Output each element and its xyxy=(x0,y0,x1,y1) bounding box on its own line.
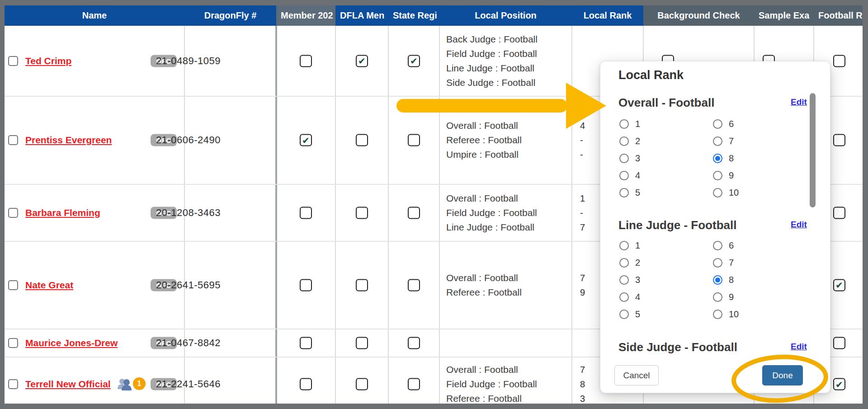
rank-option[interactable]: 5 xyxy=(619,184,713,201)
radio-icon[interactable] xyxy=(619,119,629,129)
football-checkbox[interactable]: ✔ xyxy=(833,279,845,291)
radio-icon[interactable] xyxy=(619,171,629,180)
rank-option[interactable]: 10 xyxy=(713,306,814,323)
radio-icon[interactable] xyxy=(713,275,722,285)
radio-icon[interactable] xyxy=(713,258,722,268)
dfla-checkbox[interactable] xyxy=(356,279,368,291)
row-select-checkbox[interactable] xyxy=(8,338,18,348)
radio-icon[interactable] xyxy=(713,119,722,129)
column-header-dragonfly[interactable]: DragonFly # xyxy=(184,5,276,26)
local-positions: Overall : Football Referee : Football Um… xyxy=(446,118,522,162)
rank-option[interactable]: 5 xyxy=(619,306,713,323)
member-checkbox[interactable] xyxy=(300,55,312,67)
football-checkbox[interactable] xyxy=(833,207,845,219)
radio-icon[interactable] xyxy=(713,241,722,250)
edit-link[interactable]: Edit xyxy=(791,220,807,230)
rank-option[interactable]: 1 xyxy=(619,115,713,132)
column-header-sample-exam[interactable]: Sample Exa xyxy=(754,5,814,26)
state-checkbox[interactable] xyxy=(408,207,420,219)
dfla-checkbox[interactable] xyxy=(356,134,368,146)
section-heading-side-judge: Side Judge - Football xyxy=(618,340,737,354)
row-select-checkbox[interactable] xyxy=(8,56,18,66)
football-checkbox[interactable] xyxy=(833,337,845,349)
column-header-local-rank[interactable]: Local Rank xyxy=(572,5,643,26)
rank-option[interactable]: 2 xyxy=(619,132,713,150)
rank-option[interactable]: 4 xyxy=(619,288,713,306)
cancel-button[interactable]: Cancel xyxy=(614,365,659,385)
member-checkbox[interactable] xyxy=(300,337,312,349)
official-name-link[interactable]: Maurice Jones-Drew xyxy=(25,338,118,348)
edit-link[interactable]: Edit xyxy=(791,97,807,107)
edit-link[interactable]: Edit xyxy=(791,342,807,352)
football-checkbox[interactable] xyxy=(833,55,845,67)
official-name-link[interactable]: Barbara Fleming xyxy=(25,207,100,218)
column-header-background-check[interactable]: Background Check xyxy=(643,5,754,26)
column-header-name[interactable]: Name xyxy=(5,5,184,26)
member-checkbox[interactable] xyxy=(300,378,312,390)
people-icon xyxy=(117,377,135,391)
done-button[interactable]: Done xyxy=(762,365,803,385)
state-checkbox[interactable]: ✔ xyxy=(408,55,420,67)
radio-icon[interactable] xyxy=(713,171,722,180)
row-select-checkbox[interactable] xyxy=(8,379,18,389)
rank-option[interactable]: 3 xyxy=(619,271,713,288)
radio-icon[interactable] xyxy=(619,136,629,146)
official-name-link[interactable]: Terrell New Official xyxy=(25,379,111,390)
radio-icon[interactable] xyxy=(713,136,722,146)
dfla-checkbox[interactable] xyxy=(356,337,368,349)
football-checkbox[interactable]: ✔ xyxy=(833,378,845,390)
state-checkbox[interactable] xyxy=(408,337,420,349)
dfla-checkbox[interactable] xyxy=(356,378,368,390)
radio-icon[interactable] xyxy=(619,258,629,268)
rank-option[interactable]: 8 xyxy=(713,271,814,288)
radio-icon[interactable] xyxy=(619,154,629,163)
row-select-checkbox[interactable] xyxy=(8,208,18,218)
rank-option[interactable]: 8 xyxy=(713,150,814,167)
dragonfly-number: 21-0606-2490 xyxy=(156,134,221,146)
dragonfly-number: 21-2241-5646 xyxy=(156,378,221,390)
official-name-link[interactable]: Nate Great xyxy=(25,280,73,291)
rank-option[interactable]: 10 xyxy=(713,184,814,201)
rank-option[interactable]: 7 xyxy=(713,254,814,271)
state-checkbox[interactable] xyxy=(408,134,420,146)
chat-indicator[interactable]: 1 xyxy=(117,377,149,391)
rank-option[interactable]: 2 xyxy=(619,254,713,271)
row-select-checkbox[interactable] xyxy=(8,280,18,290)
column-header-member[interactable]: Member 202 xyxy=(276,5,335,26)
state-checkbox[interactable] xyxy=(408,378,420,390)
column-header-state[interactable]: State Regi xyxy=(388,5,439,26)
member-checkbox[interactable]: ✔ xyxy=(300,134,312,146)
rank-option[interactable]: 6 xyxy=(713,237,814,254)
state-checkbox[interactable] xyxy=(408,279,420,291)
popup-scrollbar[interactable] xyxy=(810,93,816,207)
row-select-checkbox[interactable] xyxy=(8,135,18,145)
rank-option[interactable]: 9 xyxy=(713,288,814,306)
radio-icon[interactable] xyxy=(619,310,629,319)
official-name-link[interactable]: Prentiss Evergreen xyxy=(25,135,112,146)
football-checkbox[interactable] xyxy=(833,134,845,146)
radio-icon[interactable] xyxy=(619,188,629,197)
radio-icon[interactable] xyxy=(619,241,629,250)
column-header-local-position[interactable]: Local Position xyxy=(439,5,572,26)
rank-option[interactable]: 7 xyxy=(713,132,814,150)
radio-icon[interactable] xyxy=(713,188,722,197)
rank-option[interactable]: 6 xyxy=(713,115,814,132)
column-header-football[interactable]: Football R xyxy=(814,5,863,26)
radio-icon[interactable] xyxy=(713,292,722,302)
rank-option[interactable]: 9 xyxy=(713,167,814,184)
radio-icon[interactable] xyxy=(619,292,629,302)
radio-icon[interactable] xyxy=(713,310,722,319)
column-header-dfla[interactable]: DFLA Men xyxy=(335,5,388,26)
rank-option[interactable]: 1 xyxy=(619,237,713,254)
dfla-checkbox[interactable] xyxy=(356,207,368,219)
member-checkbox[interactable] xyxy=(300,279,312,291)
rank-option[interactable]: 3 xyxy=(619,150,713,167)
chat-count-badge: 1 xyxy=(133,377,146,390)
official-name-link[interactable]: Ted Crimp xyxy=(25,56,71,66)
member-checkbox[interactable] xyxy=(300,207,312,219)
radio-icon[interactable] xyxy=(619,275,629,285)
rank-option[interactable]: 4 xyxy=(619,167,713,184)
dfla-checkbox[interactable]: ✔ xyxy=(356,55,368,67)
frame-border xyxy=(0,0,868,5)
radio-icon[interactable] xyxy=(713,154,722,163)
